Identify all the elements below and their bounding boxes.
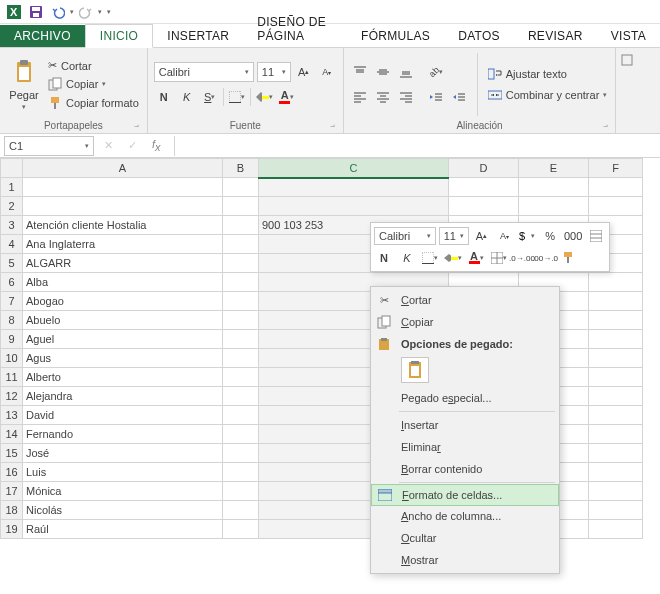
align-bottom-icon[interactable] [396, 62, 416, 82]
cell[interactable]: ALGARR [23, 254, 223, 273]
cell[interactable] [589, 330, 643, 349]
redo-dropdown-icon[interactable]: ▾ [98, 8, 102, 16]
cell[interactable]: David [23, 406, 223, 425]
redo-icon[interactable] [76, 2, 96, 22]
ctx-show[interactable]: Mostrar [371, 549, 559, 571]
mini-font-size[interactable]: 11▾ [439, 227, 469, 245]
mini-percent-icon[interactable]: % [540, 226, 560, 246]
ctx-paste-special[interactable]: Pegado especial... [371, 387, 559, 409]
ctx-insert[interactable]: Insertar [371, 414, 559, 436]
ctx-copy[interactable]: Copiar [371, 311, 559, 333]
cell[interactable] [519, 197, 589, 216]
cell[interactable] [23, 178, 223, 197]
align-right-icon[interactable] [396, 87, 416, 107]
name-box[interactable]: C1▾ [4, 136, 94, 156]
shrink-font-icon[interactable]: A▾ [317, 62, 337, 82]
mini-format-painter[interactable] [558, 248, 578, 268]
select-all-corner[interactable] [1, 159, 23, 178]
mini-format-icon[interactable] [586, 226, 606, 246]
cell[interactable] [223, 292, 259, 311]
cell[interactable] [589, 425, 643, 444]
cell[interactable] [223, 406, 259, 425]
format-painter-button[interactable]: Copiar formato [46, 95, 141, 111]
ctx-hide[interactable]: Ocultar [371, 527, 559, 549]
cell[interactable] [223, 368, 259, 387]
cell[interactable] [449, 197, 519, 216]
cell[interactable] [223, 520, 259, 539]
decrease-indent-icon[interactable] [426, 87, 446, 107]
cell[interactable] [223, 330, 259, 349]
cell[interactable] [589, 406, 643, 425]
row-header[interactable]: 18 [1, 501, 23, 520]
underline-button[interactable]: S▾ [200, 87, 220, 107]
cell[interactable] [589, 387, 643, 406]
cut-button[interactable]: ✂Cortar [46, 58, 141, 73]
cell[interactable]: Ana Inglaterra [23, 235, 223, 254]
mini-fill-color[interactable]: ▾ [443, 248, 463, 268]
row-header[interactable]: 17 [1, 482, 23, 501]
tab-file[interactable]: ARCHIVO [0, 25, 85, 47]
col-header-A[interactable]: A [23, 159, 223, 178]
increase-indent-icon[interactable] [449, 87, 469, 107]
cell[interactable]: Raúl [23, 520, 223, 539]
mini-italic[interactable]: K [397, 248, 417, 268]
cell[interactable] [223, 463, 259, 482]
fx-icon[interactable]: fx [152, 138, 168, 153]
ctx-delete[interactable]: Eliminar [371, 436, 559, 458]
row-header[interactable]: 16 [1, 463, 23, 482]
italic-button[interactable]: K [177, 87, 197, 107]
bold-button[interactable]: N [154, 87, 174, 107]
cell[interactable]: Atención cliente Hostalia [23, 216, 223, 235]
cell[interactable] [223, 235, 259, 254]
cell[interactable]: Alberto [23, 368, 223, 387]
mini-bold[interactable]: N [374, 248, 394, 268]
cell[interactable] [589, 520, 643, 539]
ctx-cut[interactable]: ✂Cortar [371, 289, 559, 311]
cell[interactable] [589, 292, 643, 311]
cell[interactable] [589, 349, 643, 368]
cell[interactable] [223, 197, 259, 216]
cell[interactable]: Abogao [23, 292, 223, 311]
ctx-clear[interactable]: Borrar contenido [371, 458, 559, 480]
cell[interactable]: Mónica [23, 482, 223, 501]
row-header[interactable]: 11 [1, 368, 23, 387]
row-header[interactable]: 13 [1, 406, 23, 425]
cell[interactable] [223, 216, 259, 235]
cell[interactable]: Luis [23, 463, 223, 482]
row-header[interactable]: 1 [1, 178, 23, 197]
cell[interactable] [223, 311, 259, 330]
tab-view[interactable]: VISTA [597, 25, 660, 47]
formula-input[interactable] [174, 136, 660, 156]
col-header-F[interactable]: F [589, 159, 643, 178]
cell[interactable] [519, 178, 589, 197]
cell[interactable] [589, 368, 643, 387]
cell[interactable] [223, 273, 259, 292]
tab-home[interactable]: INICIO [85, 24, 153, 48]
row-header[interactable]: 15 [1, 444, 23, 463]
fill-color-button[interactable]: ▾ [254, 87, 274, 107]
wrap-text-button[interactable]: Ajustar texto [486, 66, 610, 82]
cell[interactable] [589, 273, 643, 292]
undo-dropdown-icon[interactable]: ▾ [70, 8, 74, 16]
paste-button[interactable]: Pegar ▾ [6, 51, 42, 118]
mini-font-name[interactable]: Calibri▾ [374, 227, 436, 245]
col-header-D[interactable]: D [449, 159, 519, 178]
mini-dec-decimal[interactable]: .0→.00 [512, 248, 532, 268]
font-name-select[interactable]: Calibri▾ [154, 62, 254, 82]
grow-font-icon[interactable]: A▴ [294, 62, 314, 82]
cell[interactable] [23, 197, 223, 216]
cell[interactable] [259, 178, 449, 197]
cell[interactable] [223, 482, 259, 501]
enter-icon[interactable]: ✓ [128, 139, 144, 152]
align-top-icon[interactable] [350, 62, 370, 82]
tab-data[interactable]: DATOS [444, 25, 514, 47]
mini-border[interactable]: ▾ [420, 248, 440, 268]
align-left-icon[interactable] [350, 87, 370, 107]
paste-option-default[interactable] [401, 357, 429, 383]
row-header[interactable]: 5 [1, 254, 23, 273]
tab-review[interactable]: REVISAR [514, 25, 597, 47]
ctx-format-cells[interactable]: Formato de celdas... [371, 484, 559, 506]
qat-customize-icon[interactable]: ▾ [107, 8, 111, 16]
cell[interactable] [449, 178, 519, 197]
row-header[interactable]: 2 [1, 197, 23, 216]
